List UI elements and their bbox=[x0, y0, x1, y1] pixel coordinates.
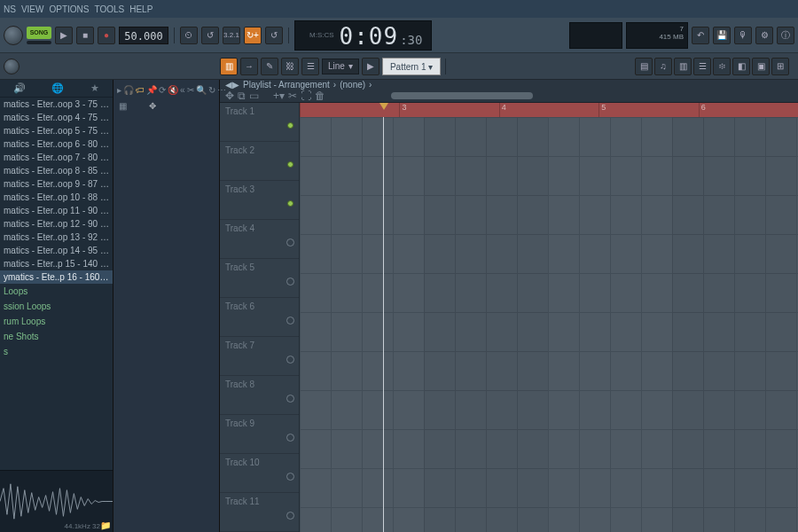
preview-waveform[interactable]: 44.1kHz 32 📁 bbox=[0, 470, 113, 532]
track-header[interactable]: Track 1 bbox=[220, 103, 299, 142]
record-button[interactable]: ● bbox=[98, 27, 115, 44]
open-folder-icon[interactable]: 📁 bbox=[100, 520, 111, 530]
play-button[interactable]: ▶ bbox=[55, 27, 73, 44]
ruler-tick[interactable]: 4 bbox=[499, 103, 598, 117]
info-icon[interactable]: ⓘ bbox=[777, 27, 794, 44]
track-active-indicator[interactable] bbox=[287, 200, 293, 207]
browser-item[interactable]: matics - Eter..op 11 - 90 BPM bbox=[0, 204, 113, 217]
track-header[interactable]: Track 4 bbox=[220, 220, 299, 259]
pitch-knob[interactable] bbox=[4, 59, 20, 74]
pin-icon[interactable]: 📌 bbox=[146, 85, 157, 95]
grid-icon[interactable]: ▦ bbox=[119, 101, 127, 111]
time-display[interactable]: M:S:CS 0:09 :30 bbox=[294, 20, 432, 51]
arrangement-grid[interactable] bbox=[300, 117, 798, 532]
chain-icon[interactable]: ⛓ bbox=[281, 58, 299, 75]
countdown-icon[interactable]: ↺ bbox=[201, 27, 219, 44]
live-icon[interactable]: ☰ bbox=[301, 58, 319, 75]
track-mute-ring[interactable] bbox=[286, 473, 294, 481]
track-mute-ring[interactable] bbox=[286, 239, 294, 246]
cut-icon[interactable]: ✂ bbox=[187, 85, 194, 95]
browser-item[interactable]: matics - Eter..oop 8 - 85 BPM bbox=[0, 164, 113, 177]
main-volume-knob[interactable] bbox=[4, 26, 23, 45]
browser-item[interactable]: matics - Eter..oop 6 - 80 BPM bbox=[0, 137, 113, 151]
menu-item[interactable]: VIEW bbox=[21, 4, 44, 14]
song-pattern-toggle[interactable]: SONG bbox=[27, 27, 51, 39]
track-mute-ring[interactable] bbox=[286, 278, 294, 286]
tool-plus-icon[interactable]: +▾ bbox=[273, 90, 285, 102]
browser-tab-fav-icon[interactable]: ★ bbox=[90, 82, 99, 94]
browser-item[interactable]: matics - Eter..oop 7 - 80 BPM bbox=[0, 151, 113, 164]
more-icon[interactable]: ⋯ bbox=[217, 85, 226, 95]
menu-item[interactable]: NS bbox=[4, 4, 16, 14]
undo-history-icon[interactable]: ↶ bbox=[692, 27, 709, 44]
horizontal-scroll[interactable] bbox=[391, 92, 533, 99]
arrow-icon[interactable]: ▸ bbox=[117, 85, 121, 95]
track-header[interactable]: Track 7 bbox=[220, 337, 299, 376]
track-header[interactable]: Track 9 bbox=[220, 415, 299, 454]
view-piano-icon[interactable]: ▥ bbox=[674, 58, 692, 75]
arrange-icon[interactable]: ⊞ bbox=[771, 58, 789, 75]
view-browser-icon[interactable]: ☰ bbox=[693, 58, 711, 75]
tool-select-icon[interactable]: ⛶ bbox=[301, 90, 311, 102]
play-selection-icon[interactable]: ▶ bbox=[362, 58, 379, 75]
link-icon[interactable]: → bbox=[240, 58, 258, 75]
move-icon[interactable]: ✥ bbox=[149, 101, 156, 111]
playhead-marker-icon[interactable] bbox=[379, 103, 388, 110]
browser-item[interactable]: matics - Eter..oop 4 - 75 BPM bbox=[0, 111, 113, 124]
step-icon[interactable]: ↺ bbox=[265, 27, 283, 44]
track-mute-ring[interactable] bbox=[286, 512, 294, 520]
ruler-tick[interactable]: 5 bbox=[598, 103, 698, 117]
browser-item[interactable]: matics - Eter..op 10 - 88 BPM bbox=[0, 191, 113, 204]
browser-tab-sound-icon[interactable]: 🔊 bbox=[13, 82, 26, 94]
render-icon[interactable]: 🎙 bbox=[734, 27, 752, 44]
track-header[interactable]: Track 5 bbox=[220, 259, 299, 298]
browser-folder[interactable]: ne Shots bbox=[0, 329, 113, 344]
browser-folder[interactable]: ssion Loops bbox=[0, 299, 113, 314]
browser-item[interactable]: matics - Eter..oop 9 - 87 BPM bbox=[0, 177, 113, 191]
tempo-display[interactable]: 50.000 bbox=[119, 27, 168, 44]
browser-folder[interactable]: s bbox=[0, 344, 113, 359]
tool-magnet-icon[interactable]: ⧉ bbox=[238, 90, 246, 102]
browser-tab-web-icon[interactable]: 🌐 bbox=[51, 82, 64, 94]
save-icon[interactable]: 💾 bbox=[713, 27, 731, 44]
plugin-icon[interactable]: ◧ bbox=[732, 58, 750, 75]
track-header[interactable]: Track 11 bbox=[220, 493, 299, 532]
ruler-tick[interactable]: 3 bbox=[399, 103, 498, 117]
timeline-ruler[interactable]: 3456 bbox=[300, 103, 798, 117]
browser-folder[interactable]: Loops bbox=[0, 284, 113, 299]
headphones-icon[interactable]: 🎧 bbox=[123, 85, 134, 95]
track-header[interactable]: Track 8 bbox=[220, 376, 299, 415]
browser-item[interactable]: matics - Eter..op 12 - 90 BPM bbox=[0, 217, 113, 231]
refresh-icon[interactable]: ↻ bbox=[208, 85, 215, 95]
settings-icon[interactable]: ⚙ bbox=[755, 27, 773, 44]
view-playlist-icon[interactable]: ▤ bbox=[635, 58, 653, 75]
view-stepseq-icon[interactable]: ♫ bbox=[654, 58, 672, 75]
track-header[interactable]: Track 2 bbox=[220, 142, 299, 181]
track-mute-ring[interactable] bbox=[286, 317, 294, 325]
browser-item[interactable]: matics - Eter..p 15 - 140 BPM bbox=[0, 257, 113, 270]
snap-icon[interactable]: ▥ bbox=[220, 58, 238, 75]
tool-cut-icon[interactable]: ✂ bbox=[288, 90, 297, 102]
brush-icon[interactable]: ✎ bbox=[261, 58, 278, 75]
browser-item[interactable]: matics - Eter..oop 3 - 75 BPM bbox=[0, 98, 113, 111]
browser-item[interactable]: matics - Eter..oop 5 - 75 BPM bbox=[0, 124, 113, 137]
track-active-indicator[interactable] bbox=[287, 122, 293, 129]
browser-list[interactable]: matics - Eter..oop 3 - 75 BPMmatics - Et… bbox=[0, 98, 113, 470]
browser-folder[interactable]: rum Loops bbox=[0, 314, 113, 329]
zoom-icon[interactable]: 🔍 bbox=[196, 85, 207, 95]
track-header[interactable]: Track 10 bbox=[220, 454, 299, 493]
tag-icon[interactable]: 🏷 bbox=[136, 85, 145, 95]
track-active-indicator[interactable] bbox=[287, 161, 293, 168]
playlist-grid[interactable]: 3456 bbox=[300, 103, 798, 532]
arrangement-name[interactable]: (none) bbox=[340, 80, 365, 90]
wait-icon[interactable]: 3.2.1 bbox=[223, 27, 240, 44]
track-mute-ring[interactable] bbox=[286, 356, 294, 364]
tool-trash-icon[interactable]: 🗑 bbox=[315, 90, 325, 102]
playlist-menu-icon[interactable]: ◀▶ bbox=[225, 80, 239, 90]
track-header[interactable]: Track 3 bbox=[220, 181, 299, 220]
metronome-icon[interactable]: ⏲ bbox=[180, 27, 198, 44]
ruler-tick[interactable]: 6 bbox=[699, 103, 798, 117]
tool-move-icon[interactable]: ✥ bbox=[225, 90, 234, 102]
stop-button[interactable]: ■ bbox=[76, 27, 94, 44]
pattern-selector[interactable]: Pattern 1 ▾ bbox=[382, 58, 441, 75]
